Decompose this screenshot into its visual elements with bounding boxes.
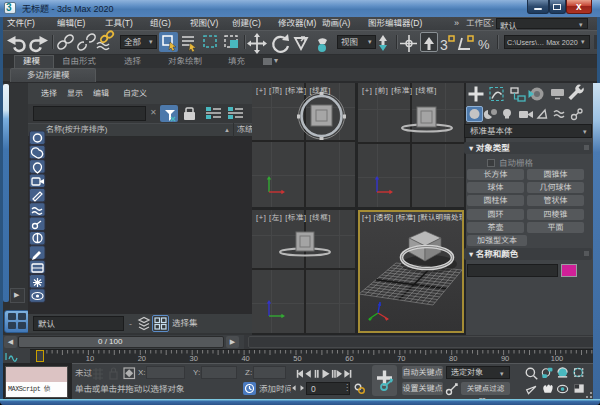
svg-text:%: % bbox=[478, 37, 490, 52]
svg-text:3: 3 bbox=[440, 37, 448, 53]
